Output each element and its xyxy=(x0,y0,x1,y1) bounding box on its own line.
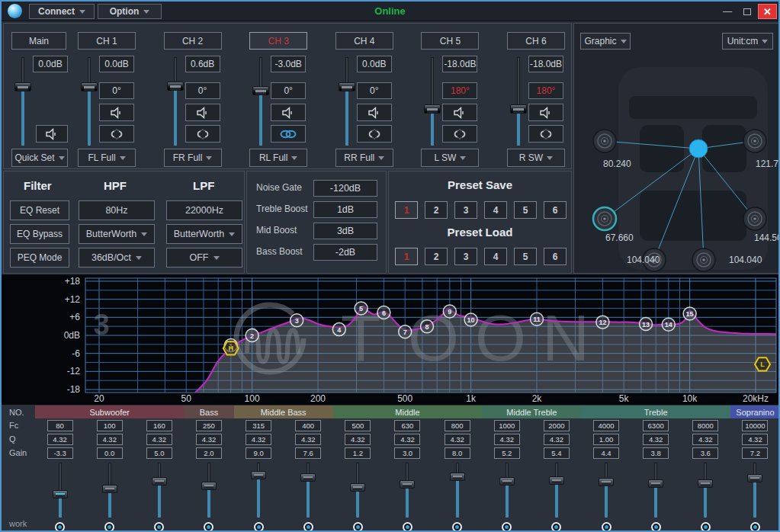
channel-phase-button[interactable]: 180° xyxy=(442,82,477,99)
gain-value[interactable]: 3.6 xyxy=(692,447,718,459)
slider-handle[interactable] xyxy=(350,483,365,492)
gain-value[interactable]: 5.0 xyxy=(146,447,172,459)
channel-gain-value[interactable]: -3.0dB xyxy=(271,56,306,72)
channel-mute-button[interactable] xyxy=(442,104,477,121)
band-enable-button-8[interactable] xyxy=(403,522,412,532)
fc-value[interactable]: 800 xyxy=(445,420,470,431)
band-enable-button-14[interactable] xyxy=(701,522,711,532)
band-enable-button-6[interactable] xyxy=(303,522,313,532)
channel-link-button[interactable] xyxy=(271,125,306,143)
eq-band-marker-10[interactable]: 10 xyxy=(464,313,477,326)
slider-handle[interactable] xyxy=(648,479,663,488)
channel-gain-value[interactable]: 0.0dB xyxy=(357,56,392,72)
gain-value[interactable]: 4.4 xyxy=(593,447,619,459)
gain-value[interactable]: 7.6 xyxy=(295,447,321,459)
channel-select-button[interactable]: CH 1 xyxy=(78,32,136,50)
fc-value[interactable]: 1000 xyxy=(494,420,520,431)
band-enable-button-7[interactable] xyxy=(353,522,363,532)
preset-load-slot-4[interactable]: 4 xyxy=(484,248,507,265)
band-enable-button-13[interactable] xyxy=(651,522,661,532)
channel-gain-value[interactable]: -18.0dB xyxy=(442,56,477,72)
q-value[interactable]: 4.32 xyxy=(146,434,172,445)
speaker-front-right[interactable] xyxy=(743,130,766,152)
slider-handle[interactable] xyxy=(81,82,98,91)
hpf-freq-field[interactable]: 80Hz xyxy=(79,200,155,220)
eq-band-marker-11[interactable]: 11 xyxy=(531,312,544,325)
tone-value-field[interactable]: -120dB xyxy=(313,180,377,197)
slider-handle[interactable] xyxy=(424,104,441,114)
fc-value[interactable]: 4000 xyxy=(593,420,619,431)
q-value[interactable]: 1.00 xyxy=(593,434,619,445)
channel-mute-button[interactable] xyxy=(357,104,392,121)
graphic-view-dropdown[interactable]: Graphic xyxy=(580,33,631,50)
band-enable-button-10[interactable] xyxy=(502,522,512,532)
channel-gain-value[interactable]: 0.0dB xyxy=(99,56,134,72)
gain-value[interactable]: 5.4 xyxy=(544,447,570,459)
channel-output-dropdown[interactable]: R SW xyxy=(507,149,565,167)
eq-band-marker-14[interactable]: 14 xyxy=(662,318,675,331)
speaker-mid-left[interactable] xyxy=(593,207,616,230)
gain-value[interactable]: -3.3 xyxy=(47,447,73,459)
channel-output-dropdown[interactable]: FR Full xyxy=(164,149,222,167)
gain-value[interactable]: 9.0 xyxy=(246,447,271,459)
q-value[interactable]: 4.32 xyxy=(494,434,520,445)
gain-value[interactable]: 8.0 xyxy=(445,447,470,459)
eq-band-marker-15[interactable]: 15 xyxy=(683,307,696,320)
eq-band-marker-9[interactable]: 9 xyxy=(443,305,456,318)
eq-reset-button[interactable]: EQ Reset xyxy=(10,200,69,220)
q-value[interactable]: 4.32 xyxy=(445,434,470,445)
q-value[interactable]: 4.32 xyxy=(742,434,768,445)
q-value[interactable]: 4.32 xyxy=(544,434,570,445)
preset-save-slot-2[interactable]: 2 xyxy=(425,201,448,219)
slider-handle[interactable] xyxy=(251,471,266,479)
q-value[interactable]: 4.32 xyxy=(47,434,73,445)
eq-band-marker-7[interactable]: 7 xyxy=(399,325,412,338)
channel-mute-button[interactable] xyxy=(99,104,134,121)
preset-save-slot-3[interactable]: 3 xyxy=(454,201,477,219)
channel-gain-value[interactable]: 0.0dB xyxy=(33,56,68,72)
channel-mute-button[interactable] xyxy=(36,125,68,143)
channel-gain-value[interactable]: 0.6dB xyxy=(185,56,220,72)
eq-bypass-button[interactable]: EQ Bypass xyxy=(10,224,69,244)
band-enable-button-4[interactable] xyxy=(204,522,213,532)
slider-handle[interactable] xyxy=(252,86,269,95)
fc-value[interactable]: 80 xyxy=(47,420,73,431)
slider-handle[interactable] xyxy=(102,485,117,493)
speaker-rear-right[interactable] xyxy=(692,248,715,271)
band-enable-button-9[interactable] xyxy=(452,522,462,532)
listener-position-dot[interactable] xyxy=(689,139,708,158)
q-value[interactable]: 4.32 xyxy=(643,434,669,445)
slider-handle[interactable] xyxy=(300,473,316,482)
preset-save-slot-5[interactable]: 5 xyxy=(514,201,537,219)
channel-select-button[interactable]: CH 4 xyxy=(335,32,393,50)
channel-output-dropdown[interactable]: RL Full xyxy=(249,149,307,167)
band-enable-button-3[interactable] xyxy=(154,522,164,532)
eq-band-marker-8[interactable]: 8 xyxy=(421,320,434,333)
channel-output-dropdown[interactable]: RR Full xyxy=(335,149,393,167)
slider-handle[interactable] xyxy=(201,482,217,490)
channel-select-button[interactable]: CH 5 xyxy=(421,32,479,50)
q-value[interactable]: 4.32 xyxy=(692,434,718,445)
close-button[interactable]: ✕ xyxy=(758,4,777,19)
channel-link-button[interactable] xyxy=(185,125,220,143)
slider-handle[interactable] xyxy=(510,104,527,114)
channel-select-button[interactable]: CH 3 xyxy=(249,32,307,50)
slider-handle[interactable] xyxy=(499,477,515,486)
fc-value[interactable]: 250 xyxy=(196,420,222,431)
band-enable-button-1[interactable] xyxy=(55,522,65,532)
preset-save-slot-1[interactable]: 1 xyxy=(395,201,418,219)
eq-band-marker-12[interactable]: 12 xyxy=(596,316,609,328)
eq-band-marker-6[interactable]: 6 xyxy=(377,306,390,319)
slider-handle[interactable] xyxy=(549,476,564,485)
q-value[interactable]: 4.32 xyxy=(345,434,371,445)
slider-handle[interactable] xyxy=(14,82,31,91)
channel-phase-button[interactable]: 0° xyxy=(271,82,306,99)
fc-value[interactable]: 315 xyxy=(246,420,271,431)
channel-select-button[interactable]: CH 2 xyxy=(164,32,222,50)
q-value[interactable]: 4.32 xyxy=(246,434,271,445)
preset-load-slot-2[interactable]: 2 xyxy=(425,248,448,265)
fc-value[interactable]: 10000 xyxy=(742,420,768,431)
fc-value[interactable]: 8000 xyxy=(692,420,718,431)
lpf-type-dropdown[interactable]: ButterWorth xyxy=(166,224,242,244)
peq-mode-button[interactable]: PEQ Mode xyxy=(10,248,69,268)
